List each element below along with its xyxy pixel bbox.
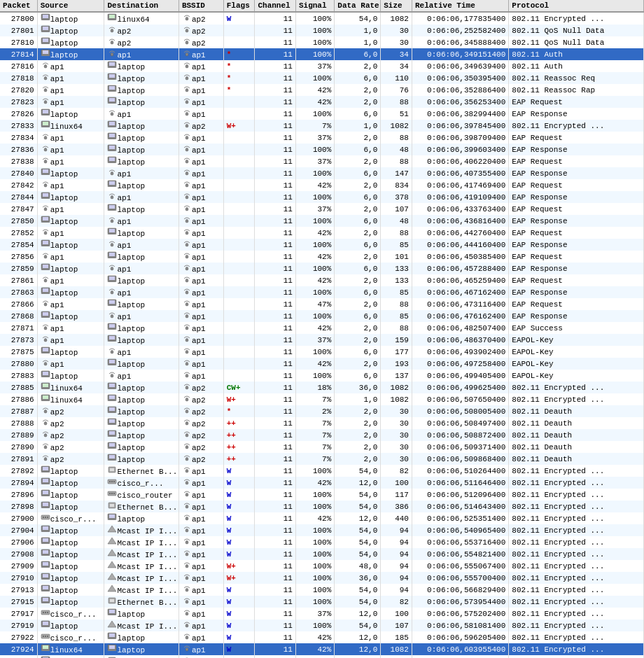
table-row[interactable]: 27854laptopap1ap111100%6,0850:06:06,4441…	[0, 239, 644, 251]
cell-signal: 100%	[295, 524, 334, 536]
table-row[interactable]: 27871ap1laptopap11142%2,0880:06:06,48250…	[0, 322, 644, 334]
table-row[interactable]: 27826laptopap1ap111100%6,0510:06:06,3829…	[0, 108, 644, 120]
table-row[interactable]: 27900cisco_r...laptopap1W1142%12,04400:0…	[0, 512, 644, 524]
table-row[interactable]: 27885linux64laptopap2CW+1118%36,010820:0…	[0, 382, 644, 393]
table-row[interactable]: 27913laptopMcast IP I...ap1W11100%54,094…	[0, 584, 644, 596]
table-row[interactable]: 27887ap2laptopap2*112%2,0300:06:06,50800…	[0, 405, 644, 417]
table-row[interactable]: 27888ap2laptopap2++117%2,0300:06:06,5084…	[0, 417, 644, 429]
svg-point-122	[111, 291, 113, 294]
col-header-bssid[interactable]: BSSID	[178, 0, 223, 12]
col-header-destination[interactable]: Destination	[104, 0, 178, 12]
cell-protocol: EAP Response	[509, 108, 644, 120]
col-header-source[interactable]: Source	[37, 0, 104, 12]
table-row[interactable]: 27834ap1laptopap11137%2,0880:06:06,39870…	[0, 132, 644, 144]
table-row[interactable]: 27919laptopMcast IP I...ap1W11100%54,010…	[0, 620, 644, 631]
table-row[interactable]: 27889ap2laptopap2++117%2,0300:06:06,5088…	[0, 429, 644, 441]
table-row[interactable]: 27800laptoplinux64ap2W11100%54,010820:06…	[0, 12, 644, 24]
cell-datarate: 36,0	[335, 572, 381, 584]
svg-rect-1	[43, 15, 48, 18]
col-header-flags[interactable]: Flags	[223, 0, 255, 12]
svg-marker-111	[41, 270, 50, 270]
table-row[interactable]: 27873ap1laptopap11137%2,01590:06:06,4863…	[0, 334, 644, 346]
table-row[interactable]: 27850laptopap1ap111100%6,0480:06:06,4368…	[0, 215, 644, 227]
table-row[interactable]: 27818ap1laptopap1*11100%6,01100:06:06,35…	[0, 72, 644, 84]
cell-protocol: 802.11 Deauth	[509, 429, 644, 441]
cell-channel: 11	[255, 596, 296, 608]
cell-datarate: 54,0	[335, 12, 381, 24]
table-row[interactable]: 27896laptopcisco_routerap1W11100%54,0117…	[0, 489, 644, 500]
table-row[interactable]: 27924linux64laptopap1W1142%12,010820:06:…	[0, 643, 644, 655]
table-row[interactable]: 27894laptopcisco_r...ap1W1142%12,01000:0…	[0, 477, 644, 489]
cell-datarate: 54,0	[335, 465, 381, 477]
cell-datarate: 12,0	[335, 608, 381, 620]
col-header-reltime[interactable]: Relative Time	[412, 0, 508, 12]
cell-signal: 7%	[295, 429, 334, 441]
col-header-packet[interactable]: Packet	[0, 0, 37, 12]
table-row[interactable]: 27915laptopEthernet B...ap1W11100%54,082…	[0, 596, 644, 608]
table-row[interactable]: 27866ap1laptopap11147%2,0880:06:06,47311…	[0, 298, 644, 310]
cell-source: ap1	[37, 155, 104, 167]
table-row[interactable]: 27922cisco_r...laptopap1W1142%12,01850:0…	[0, 631, 644, 643]
table-row[interactable]: 27868laptopap1ap111100%6,0850:06:06,4761…	[0, 310, 644, 322]
table-row[interactable]: 27917cisco_r...laptopap1W1137%12,01000:0…	[0, 608, 644, 620]
col-header-size[interactable]: Size	[381, 0, 412, 12]
svg-point-6	[186, 18, 188, 20]
col-header-signal[interactable]: Signal	[295, 0, 334, 12]
table-row[interactable]: 27833linux64laptopap2W+117%1,010820:06:0…	[0, 120, 644, 132]
table-row[interactable]: 27883laptopap1ap111100%6,01370:06:06,499…	[0, 370, 644, 382]
cell-size: 159	[381, 334, 412, 346]
table-row[interactable]: 27814laptopap1ap1*11100%6,0340:06:06,349…	[0, 48, 644, 60]
cell-channel: 11	[255, 536, 296, 548]
svg-rect-106	[109, 253, 115, 256]
table-row[interactable]: 27847ap1laptopap11137%2,01070:06:06,4337…	[0, 203, 644, 215]
packet-table-container[interactable]: Packet Source Destination BSSID Flags Ch…	[0, 0, 644, 658]
cell-signal: 100%	[295, 191, 334, 203]
cell-datarate: 1,0	[335, 120, 381, 132]
table-row[interactable]: 27898laptopEthernet B...ap1W11100%54,038…	[0, 500, 644, 512]
col-header-channel[interactable]: Channel	[255, 0, 296, 12]
svg-rect-235	[43, 526, 48, 530]
table-row[interactable]: 27909laptopMcast IP I...ap1W+11100%48,09…	[0, 560, 644, 572]
cell-source: linux64	[37, 643, 104, 655]
table-row[interactable]: 27820ap1laptopap1*1142%2,0760:06:06,3528…	[0, 84, 644, 96]
table-row[interactable]: 27891ap2laptopap2++117%2,0300:06:06,5098…	[0, 453, 644, 465]
svg-marker-161	[41, 388, 50, 389]
cell-destination: laptop	[104, 274, 178, 286]
table-row[interactable]: 27856ap1laptopap11142%2,01010:06:06,4503…	[0, 251, 644, 262]
table-row[interactable]: 27892laptopEthernet B...ap1W11100%54,082…	[0, 465, 644, 477]
table-row[interactable]: 27890ap2laptopap2++117%2,0300:06:06,5093…	[0, 441, 644, 453]
col-header-datarate[interactable]: Data Rate	[335, 0, 381, 12]
table-row[interactable]: 27816ap1laptopap1*1137%2,0340:06:06,3496…	[0, 60, 644, 72]
cell-flags: W+	[223, 572, 255, 584]
table-row[interactable]: 27810laptopap2ap211100%1,0300:06:06,3458…	[0, 36, 644, 48]
svg-point-83	[186, 196, 188, 199]
svg-marker-293	[41, 650, 50, 651]
table-row[interactable]: 27906laptopMcast IP I...ap1W11100%54,094…	[0, 536, 644, 548]
table-row[interactable]: 27844laptopap1ap111100%6,03780:06:06,419…	[0, 191, 644, 203]
table-body: 27800laptoplinux64ap2W11100%54,010820:06…	[0, 12, 644, 658]
table-row[interactable]: 27842ap1laptopap11142%2,08340:06:06,4174…	[0, 179, 644, 191]
cell-bssid: ap1	[178, 524, 223, 536]
cell-bssid: ap1	[178, 60, 223, 72]
table-row[interactable]: 27886linux64laptopap2W+117%1,010820:06:0…	[0, 393, 644, 405]
table-row[interactable]: 27910laptopMcast IP I...ap1W+11100%36,09…	[0, 572, 644, 584]
table-row[interactable]: 27904laptopMcast IP I...ap1W11100%54,094…	[0, 524, 644, 536]
cell-size: 51	[381, 108, 412, 120]
table-row[interactable]: 27859laptopap1ap111100%6,01330:06:06,457…	[0, 262, 644, 274]
table-row[interactable]: 27926laptopEthernet B...ap1W11100%54,082…	[0, 655, 644, 658]
col-header-protocol[interactable]: Protocol	[509, 0, 644, 12]
table-row[interactable]: 27863laptopap1ap111100%6,0850:06:06,4671…	[0, 286, 644, 298]
table-row[interactable]: 27838ap1laptopap11137%2,0880:06:06,40622…	[0, 155, 644, 167]
table-row[interactable]: 27801laptopap2ap211100%1,0300:06:06,2525…	[0, 24, 644, 36]
svg-marker-246	[41, 555, 50, 556]
table-row[interactable]: 27861ap1laptopap11142%2,01330:06:06,4652…	[0, 274, 644, 286]
table-row[interactable]: 27823ap1laptopap11142%2,0880:06:06,35625…	[0, 96, 644, 108]
table-row[interactable]: 27840laptopap1ap111100%6,01470:06:06,407…	[0, 167, 644, 179]
table-row[interactable]: 27880ap1laptopap11142%2,01930:06:06,4972…	[0, 358, 644, 370]
cell-size: 85	[381, 239, 412, 251]
table-row[interactable]: 27836ap1laptopap111100%6,0480:06:06,3996…	[0, 144, 644, 155]
table-row[interactable]: 27908laptopMcast IP I...ap1W11100%54,094…	[0, 548, 644, 560]
table-row[interactable]: 27852ap1laptopap11142%2,0880:06:06,44276…	[0, 227, 644, 239]
cell-signal: 37%	[295, 60, 334, 72]
table-row[interactable]: 27875laptopap1ap111100%6,01770:06:06,493…	[0, 346, 644, 358]
